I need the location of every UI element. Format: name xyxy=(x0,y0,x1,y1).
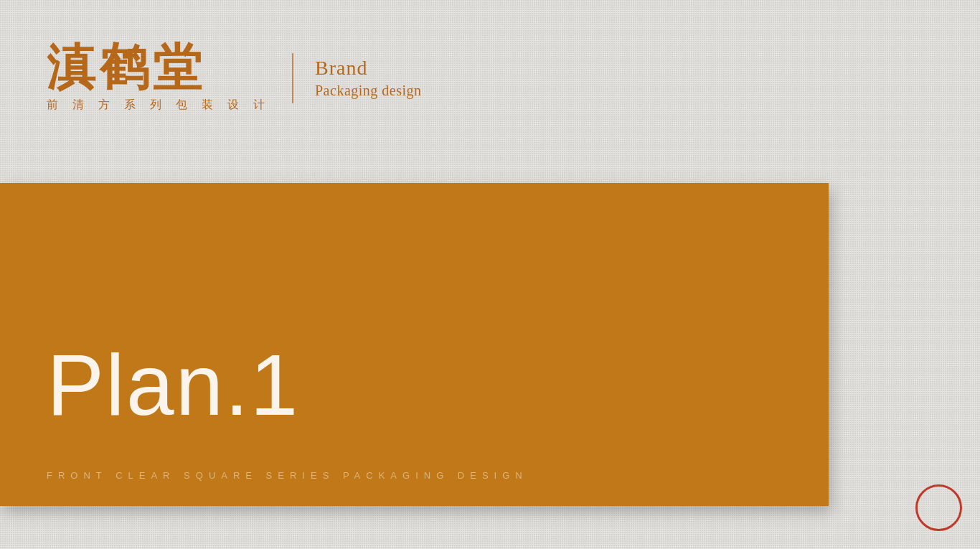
brand-chinese-title: 滇鹤堂 xyxy=(47,43,270,92)
header-divider xyxy=(292,53,293,103)
header-right: Brand Packaging design xyxy=(315,57,422,99)
bottom-subtitle: FRONT CLEAR SQUARE SERIES PACKAGING DESI… xyxy=(47,470,528,481)
brand-english-label: Brand xyxy=(315,57,422,80)
circle-decoration xyxy=(915,484,962,531)
packaging-english-label: Packaging design xyxy=(315,83,422,99)
plan-label: Plan.1 xyxy=(47,335,299,434)
page-wrapper: 滇鹤堂 前 清 方 系 列 包 装 设 计 Brand Packaging de… xyxy=(0,0,980,549)
header: 滇鹤堂 前 清 方 系 列 包 装 设 计 Brand Packaging de… xyxy=(47,43,422,113)
header-left: 滇鹤堂 前 清 方 系 列 包 装 设 计 xyxy=(47,43,270,113)
main-rectangle: Plan.1 FRONT CLEAR SQUARE SERIES PACKAGI… xyxy=(0,183,829,506)
subtitle-chinese: 前 清 方 系 列 包 装 设 计 xyxy=(47,98,270,113)
